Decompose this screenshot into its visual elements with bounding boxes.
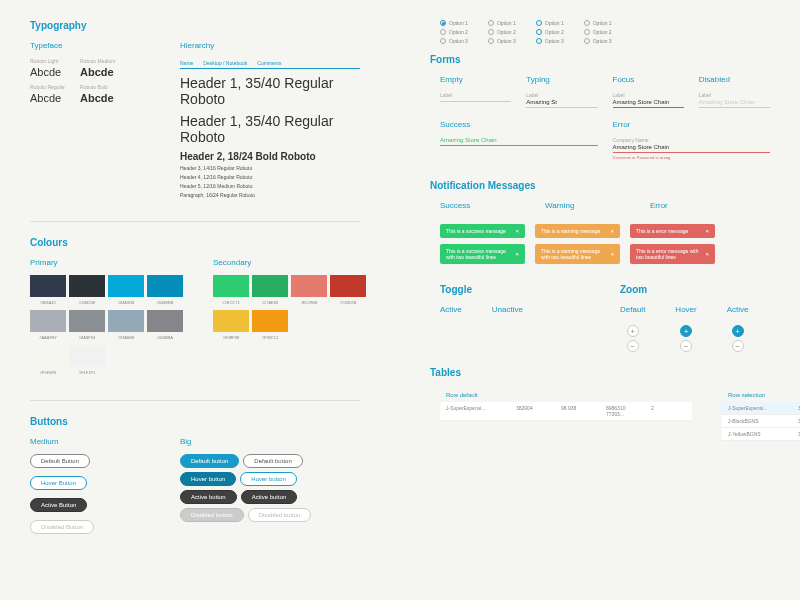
hierarchy-tab[interactable]: Name [180,58,193,68]
button-big[interactable]: Active button [241,490,298,504]
table-row[interactable]: J-BlackBGNS38372434.78836.9842 [722,415,800,428]
color-swatch[interactable] [252,275,288,297]
radio-option[interactable]: Option 2 [584,29,612,35]
text-input[interactable]: Amazing Store Chain [699,99,770,108]
hierarchy-tab[interactable]: Desktop / Notebook [203,58,247,68]
text-input[interactable]: Amazing St [526,99,597,108]
button-big[interactable]: Default button [180,454,239,468]
radio-icon [536,29,542,35]
table-row[interactable]: J-YellowBGNS38373453.39735.3922 [722,428,800,441]
typeface-label: Roboto Medium [80,58,115,64]
text-input[interactable]: Amazing Store Chain [613,144,771,153]
color-swatch[interactable] [252,310,288,332]
radio-icon [488,29,494,35]
typography-section: Typography Typeface Roboto LightAbcdeRob… [30,20,360,201]
messages-title: Notification Messages [430,180,770,191]
radio-icon [584,29,590,35]
zoom-state-title: Default [620,305,645,314]
radio-option[interactable]: Option 1 [536,20,564,26]
color-swatch[interactable] [30,310,66,332]
color-swatch[interactable] [30,345,66,367]
radio-option[interactable]: Option 3 [584,38,612,44]
table-cell: 98.938 [561,405,596,417]
zoom-title: Zoom [620,284,770,295]
forms-title: Forms [430,54,770,65]
table-cell: 8986310 77393... [606,405,641,417]
typography-title: Typography [30,20,360,31]
zoom-in-button[interactable]: + [680,325,692,337]
zoom-in-button[interactable]: + [732,325,744,337]
hierarchy-item: Paragraph, 16/24 Regular Roboto [180,192,360,198]
table-cell: J-SuperExpensi... [446,405,506,417]
radio-option[interactable]: Option 1 [440,20,468,26]
color-label: #27AE60 [252,300,288,305]
color-label: #048EBB [147,300,183,305]
buttons-title: Buttons [30,416,360,427]
color-swatch[interactable] [147,310,183,332]
close-icon[interactable]: × [610,251,614,257]
radio-option[interactable]: Option 3 [488,38,516,44]
color-swatch[interactable] [108,310,144,332]
hierarchy-item: Header 5, 12/16 Medium Roboto [180,183,360,189]
button-big[interactable]: Default button [243,454,302,468]
text-input[interactable] [440,99,511,102]
button-big[interactable]: Hover button [180,472,236,486]
radio-option[interactable]: Option 2 [488,29,516,35]
color-swatch[interactable] [108,275,144,297]
close-icon[interactable]: × [705,228,709,234]
radio-section: Option 1Option 2Option 3Option 1Option 2… [440,20,770,44]
zoom-in-button[interactable]: + [627,325,639,337]
field-label: Label [440,92,511,98]
button-active-button[interactable]: Active Button [30,498,87,512]
button-big: Disabled button [180,508,244,522]
close-icon[interactable]: × [515,228,519,234]
color-swatch[interactable] [213,310,249,332]
color-swatch[interactable] [147,275,183,297]
button-hover-button[interactable]: Hover Button [30,476,87,490]
close-icon[interactable]: × [610,228,614,234]
zoom-state-title: Hover [675,305,696,314]
close-icon[interactable]: × [705,251,709,257]
close-icon[interactable]: × [515,251,519,257]
color-swatch[interactable] [330,275,366,297]
field-label: Company Name [613,137,771,143]
color-swatch[interactable] [30,275,66,297]
tables-title: Tables [430,367,770,378]
button-big[interactable]: Active button [180,490,237,504]
radio-option[interactable]: Option 1 [488,20,516,26]
hierarchy-item: Header 2, 18/24 Bold Roboto [180,151,360,162]
field-error: Username or Password is wrong [613,155,771,160]
notification-message: This is a error message× [630,224,715,238]
hierarchy-item: Header 4, 12/16 Regular Roboto [180,174,360,180]
radio-option[interactable]: Option 2 [440,29,468,35]
text-input[interactable]: Amazing Store Chain [613,99,684,108]
form-state-title: Error [613,120,771,129]
zoom-out-button[interactable]: − [680,340,692,352]
table-row[interactable]: J-SuperExpensi...38290498.9388986310...2 [722,402,800,415]
field-label: Label [699,92,770,98]
radio-option[interactable]: Option 3 [440,38,468,44]
table-row[interactable]: J-SuperExpensi...38290498.9388986310 773… [440,402,692,421]
color-swatch[interactable] [213,275,249,297]
radio-option[interactable]: Option 3 [536,38,564,44]
color-swatch[interactable] [69,345,105,367]
button-big[interactable]: Hover button [240,472,296,486]
hierarchy-tab[interactable]: Comments [257,58,281,68]
tables-section: Tables Row default J-SuperExpensi...3829… [440,367,770,441]
button-disabled-button: Disabled Button [30,520,94,534]
color-label: #F0BF38 [213,335,249,340]
color-swatch[interactable] [291,275,327,297]
radio-option[interactable]: Option 2 [536,29,564,35]
color-swatch[interactable] [69,275,105,297]
text-input[interactable]: Amazing Store Chain [440,137,598,146]
zoom-out-button[interactable]: − [732,340,744,352]
zoom-out-button[interactable]: − [627,340,639,352]
button-default-button[interactable]: Default Button [30,454,90,468]
notification-message: This is a warning message× [535,224,620,238]
hierarchy-item: Header 1, 35/40 Regular Roboto [180,113,360,145]
form-state-title: Focus [613,75,684,84]
radio-icon [488,38,494,44]
color-swatch[interactable] [69,310,105,332]
row-selection-title: Row selection [722,388,800,402]
radio-option[interactable]: Option 1 [584,20,612,26]
